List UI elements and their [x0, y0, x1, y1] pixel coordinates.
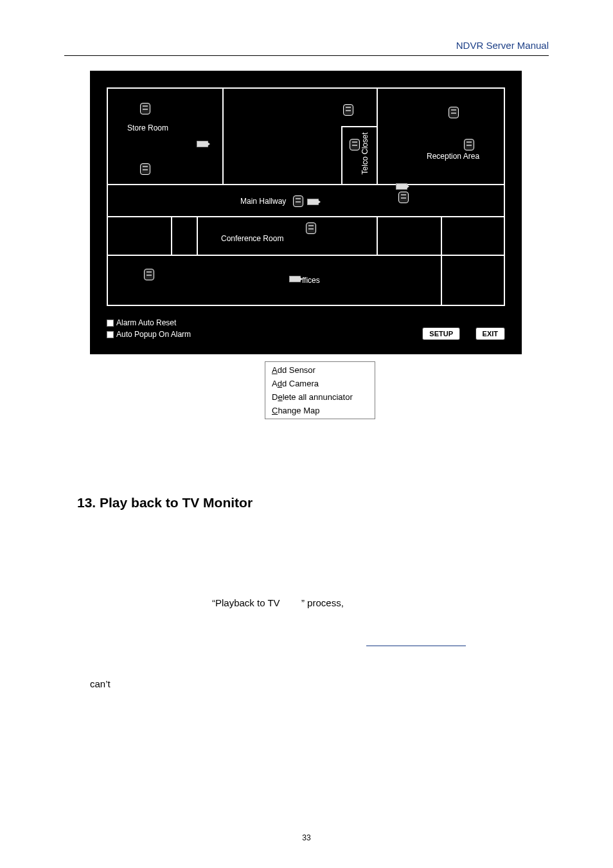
- body-text-line1: “Playback to TV ” process,: [212, 593, 344, 613]
- text-fragment: “Playback to TV: [212, 597, 280, 608]
- section-heading: 13. Play back to TV Monitor: [77, 495, 253, 511]
- mi-u: e: [278, 392, 282, 402]
- emap-screenshot: Store Room Telco Closet Reception Area M…: [90, 71, 522, 354]
- checkbox-label: Alarm Auto Reset: [116, 318, 176, 327]
- sensor-icon[interactable]: [398, 192, 409, 203]
- camera-icon[interactable]: [289, 275, 302, 283]
- menu-add-sensor[interactable]: Add Sensor: [265, 363, 375, 377]
- header-title: NDVR Server Manual: [456, 40, 549, 51]
- sensor-icon[interactable]: [464, 139, 474, 150]
- header-rule: [64, 55, 549, 56]
- text-fragment: ” process,: [301, 597, 344, 608]
- mi-post: d Camera: [282, 379, 319, 388]
- checkbox-label: Auto Popup On Alarm: [116, 330, 191, 339]
- mi-pre: D: [272, 392, 278, 402]
- sensor-icon[interactable]: [144, 269, 154, 280]
- sensor-icon[interactable]: [350, 139, 360, 150]
- context-menu: Add Sensor Add Camera Delete all annunci…: [265, 361, 375, 419]
- label-offices: ffices: [302, 276, 320, 285]
- label-telco-closet: Telco Closet: [360, 132, 369, 174]
- label-reception-area: Reception Area: [427, 152, 479, 161]
- link-underline: [366, 646, 466, 646]
- mi-post: lete all annunciator: [283, 392, 353, 402]
- menu-add-camera[interactable]: Add Camera: [265, 377, 375, 390]
- sensor-icon[interactable]: [343, 104, 353, 116]
- mi-pre: A: [272, 379, 278, 388]
- sensor-icon[interactable]: [140, 103, 150, 114]
- mi-u: A: [272, 365, 278, 375]
- camera-icon[interactable]: [197, 140, 209, 148]
- mi-post: hange Map: [278, 406, 319, 415]
- checkbox-icon: [107, 320, 114, 327]
- sensor-icon[interactable]: [449, 107, 459, 118]
- mi-u: d: [278, 379, 282, 388]
- sensor-icon[interactable]: [306, 222, 316, 234]
- floor-map: Store Room Telco Closet Reception Area M…: [107, 87, 505, 306]
- label-main-hallway: Main Hallway: [240, 197, 286, 206]
- menu-delete-all[interactable]: Delete all annunciator: [265, 390, 375, 404]
- camera-icon[interactable]: [307, 198, 320, 206]
- camera-icon[interactable]: [396, 183, 409, 190]
- page-number: 33: [0, 833, 613, 842]
- mi-u: C: [272, 406, 278, 415]
- menu-change-map[interactable]: Change Map: [265, 404, 375, 417]
- label-store-room: Store Room: [127, 123, 168, 132]
- sensor-icon[interactable]: [293, 195, 303, 207]
- setup-button[interactable]: SETUP: [422, 327, 460, 340]
- sensor-icon[interactable]: [140, 163, 150, 175]
- checkbox-icon: [107, 331, 114, 338]
- label-conference-room: Conference Room: [221, 234, 283, 243]
- exit-button[interactable]: EXIT: [475, 327, 505, 340]
- mi-post: dd Sensor: [278, 365, 315, 375]
- body-text-line2: can’t: [90, 674, 111, 694]
